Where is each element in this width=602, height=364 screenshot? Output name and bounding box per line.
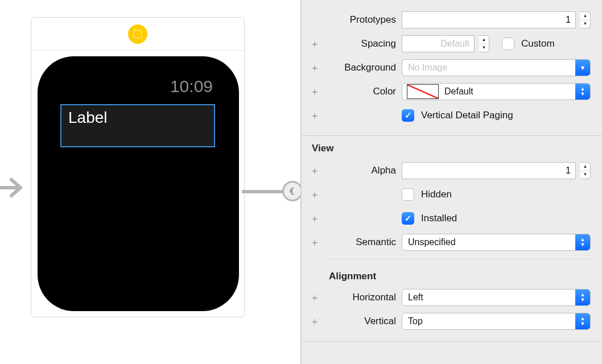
plus-icon[interactable]: ＋ bbox=[302, 37, 328, 51]
updown-icon: ▲▼ bbox=[575, 84, 590, 100]
plus-icon[interactable]: ＋ bbox=[302, 109, 328, 122]
semantic-label: Semantic bbox=[328, 237, 402, 248]
color-select[interactable]: Default ▲▼ bbox=[402, 83, 591, 100]
spacing-field[interactable] bbox=[402, 35, 475, 52]
vertical-select[interactable]: Top ▲▼ bbox=[402, 313, 591, 330]
watch-scene-card[interactable]: 10:09 Label bbox=[31, 17, 245, 317]
background-label: Background bbox=[328, 62, 402, 73]
plus-icon[interactable]: ＋ bbox=[302, 61, 328, 75]
plus-icon[interactable]: ＋ bbox=[302, 212, 328, 225]
interface-controller-icon bbox=[128, 24, 147, 44]
alpha-stepper[interactable]: ▲▼ bbox=[580, 162, 591, 179]
vertical-detail-paging-label: Vertical Detail Paging bbox=[421, 110, 513, 121]
watch-clock: 10:09 bbox=[170, 77, 213, 96]
horizontal-label: Horizontal bbox=[328, 292, 402, 303]
prototypes-stepper[interactable]: ▲▼ bbox=[580, 11, 591, 28]
updown-icon: ▲▼ bbox=[575, 289, 590, 305]
hidden-checkbox[interactable] bbox=[402, 188, 414, 201]
vertical-detail-paging-checkbox[interactable] bbox=[402, 109, 414, 122]
installed-label: Installed bbox=[421, 213, 457, 224]
watch-shell: 10:09 Label bbox=[31, 51, 245, 317]
installed-checkbox[interactable] bbox=[402, 212, 414, 225]
plus-icon[interactable]: ＋ bbox=[302, 188, 328, 201]
entry-arrow-icon bbox=[0, 176, 30, 199]
chevron-down-icon: ▼ bbox=[575, 60, 590, 76]
alpha-field[interactable] bbox=[402, 162, 576, 179]
view-section-header: View bbox=[302, 136, 602, 159]
plus-icon[interactable]: ＋ bbox=[302, 85, 328, 98]
stepper-down-icon[interactable]: ▼ bbox=[479, 44, 489, 52]
plus-icon[interactable]: ＋ bbox=[302, 315, 328, 328]
color-well[interactable] bbox=[407, 84, 439, 99]
wk-label[interactable]: Label bbox=[60, 104, 215, 147]
stepper-up-icon[interactable]: ▲ bbox=[580, 12, 590, 20]
alpha-label: Alpha bbox=[328, 165, 402, 176]
background-select[interactable]: No Image ▼ bbox=[402, 59, 591, 76]
plus-icon[interactable]: ＋ bbox=[302, 164, 328, 177]
hidden-label: Hidden bbox=[421, 189, 452, 200]
spacing-label: Spacing bbox=[328, 38, 402, 49]
updown-icon: ▲▼ bbox=[575, 234, 590, 250]
semantic-select[interactable]: Unspecified ▲▼ bbox=[402, 234, 591, 251]
stepper-up-icon[interactable]: ▲ bbox=[479, 36, 489, 44]
prototypes-field[interactable] bbox=[402, 11, 576, 28]
scene-titlebar[interactable] bbox=[31, 18, 244, 51]
custom-checkbox[interactable] bbox=[502, 38, 514, 50]
storyboard-canvas: 10:09 Label bbox=[0, 0, 300, 364]
stepper-down-icon[interactable]: ▼ bbox=[580, 171, 590, 179]
prototypes-label: Prototypes bbox=[328, 14, 402, 26]
alignment-section-header: Alignment bbox=[302, 264, 602, 286]
svg-rect-0 bbox=[134, 30, 142, 38]
stepper-down-icon[interactable]: ▼ bbox=[580, 20, 590, 28]
horizontal-select[interactable]: Left ▲▼ bbox=[402, 289, 591, 306]
watch-face: 10:09 Label bbox=[38, 56, 239, 311]
custom-label: Custom bbox=[521, 38, 555, 49]
color-label: Color bbox=[328, 86, 402, 97]
attributes-inspector: Prototypes ▲▼ ＋ Spacing ▲▼ Custom ＋ Back… bbox=[300, 0, 602, 364]
vertical-label: Vertical bbox=[328, 316, 402, 327]
segue-port-icon[interactable] bbox=[282, 181, 303, 201]
plus-icon[interactable]: ＋ bbox=[302, 291, 328, 304]
stepper-up-icon[interactable]: ▲ bbox=[580, 163, 590, 171]
plus-icon[interactable]: ＋ bbox=[302, 235, 328, 249]
spacing-stepper[interactable]: ▲▼ bbox=[479, 35, 489, 52]
updown-icon: ▲▼ bbox=[575, 313, 590, 329]
